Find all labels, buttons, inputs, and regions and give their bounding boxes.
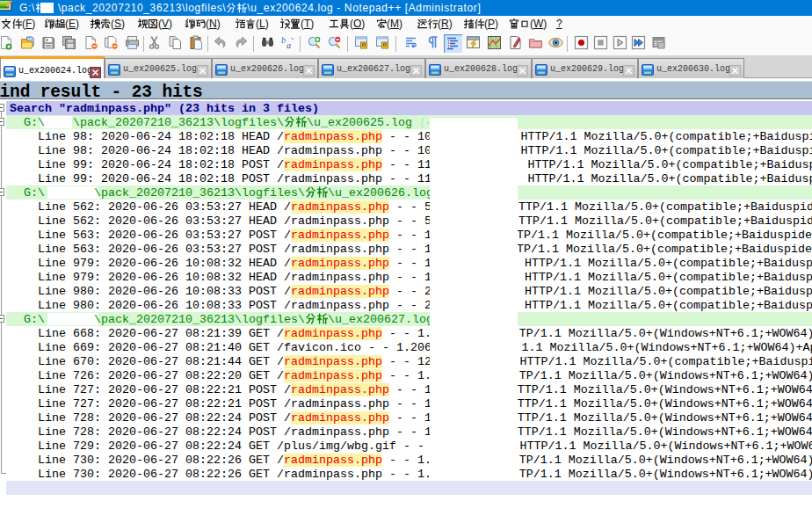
svg-text:b: b	[281, 35, 286, 45]
svg-text:a: a	[286, 40, 291, 50]
